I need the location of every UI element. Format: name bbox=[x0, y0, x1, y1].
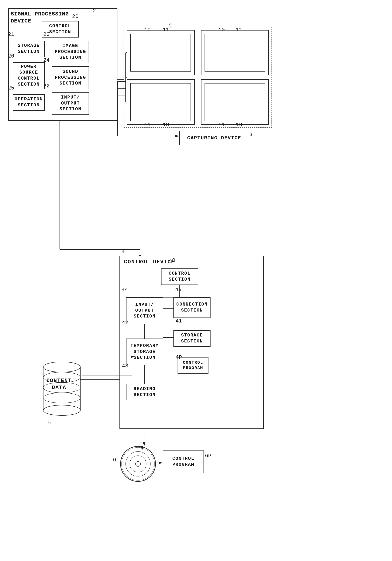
ref-40: 40 bbox=[169, 257, 175, 263]
camera-panel-top-right bbox=[201, 30, 269, 75]
ref-24: 24 bbox=[43, 57, 50, 63]
control-program-6p-box: CONTROLPROGRAM bbox=[163, 451, 204, 473]
storage-41-label: STORAGESECTION bbox=[181, 333, 203, 344]
ref-22: 22 bbox=[43, 83, 50, 89]
control-program-4p-box: CONTROLPROGRAM bbox=[177, 357, 208, 374]
diagram: SIGNAL PROCESSINGDEVICE CONTROLSECTION S… bbox=[0, 0, 392, 561]
input-output-44-box: INPUT/OUTPUTSECTION bbox=[126, 297, 163, 324]
ref-10d: 10 bbox=[236, 122, 242, 128]
ref-6p: 6P bbox=[205, 453, 211, 459]
input-output-22-box: INPUT/OUTPUTSECTION bbox=[52, 92, 89, 115]
ref-41: 41 bbox=[175, 318, 182, 324]
content-data-label-area: CONTENTDATA bbox=[46, 377, 72, 391]
ref-42: 42 bbox=[122, 320, 128, 326]
operation-section-25-box: OPERATIONSECTION bbox=[13, 94, 45, 111]
image-processing-23-label: IMAGEPROCESSINGSECTION bbox=[55, 43, 86, 61]
content-data-label: CONTENTDATA bbox=[46, 378, 72, 391]
ref-1: 1 bbox=[169, 22, 173, 29]
ref-3: 3 bbox=[249, 131, 253, 138]
reading-43-box: READINGSECTION bbox=[126, 384, 163, 400]
ref-26: 26 bbox=[8, 53, 14, 59]
camera-panel-bottom-right bbox=[201, 79, 269, 125]
storage-section-21-box: STORAGESECTION bbox=[13, 41, 45, 57]
input-output-44-label: INPUT/OUTPUTSECTION bbox=[134, 302, 155, 320]
control-program-6p-label: CONTROLPROGRAM bbox=[172, 456, 194, 468]
ref-10c: 10 bbox=[163, 122, 169, 128]
temporary-42-label: TEMPORARYSTORAGESECTION bbox=[131, 343, 159, 361]
control-program-4p-label: CONTROLPROGRAM bbox=[183, 360, 203, 371]
ref-10b: 10 bbox=[218, 27, 225, 33]
input-output-22-label: INPUT/OUTPUTSECTION bbox=[60, 95, 81, 112]
camera-panel-top-left bbox=[127, 30, 195, 75]
storage-41-box: STORAGESECTION bbox=[174, 330, 210, 347]
ref-2: 2 bbox=[93, 8, 96, 14]
svg-point-60 bbox=[43, 405, 80, 415]
ref-44: 44 bbox=[122, 287, 128, 293]
power-source-26-label: POWERSOURCECONTROLSECTION bbox=[18, 64, 40, 87]
ref-11a: 11 bbox=[163, 27, 169, 33]
control-device-box: CONTROL DEVICE CONTROLSECTION INPUT/OUTP… bbox=[119, 256, 264, 429]
ref-4: 4 bbox=[122, 248, 125, 255]
ref-20: 20 bbox=[72, 13, 79, 20]
reading-43-label: READINGSECTION bbox=[134, 386, 155, 398]
ref-43: 43 bbox=[122, 363, 128, 369]
operation-section-25-label: OPERATIONSECTION bbox=[15, 97, 43, 108]
svg-marker-47 bbox=[175, 135, 179, 137]
image-processing-23-box: IMAGEPROCESSINGSECTION bbox=[52, 41, 89, 63]
ref-25: 25 bbox=[8, 85, 14, 91]
capturing-device-label: CAPTURING DEVICE bbox=[187, 135, 241, 141]
optical-disc bbox=[119, 445, 156, 483]
ref-10a: 10 bbox=[144, 27, 151, 33]
ref-5: 5 bbox=[47, 420, 51, 426]
svg-marker-74 bbox=[159, 462, 163, 464]
ref-11c: 11 bbox=[144, 122, 151, 128]
svg-point-59 bbox=[43, 362, 80, 372]
ref-11d: 11 bbox=[218, 122, 225, 128]
temporary-42-box: TEMPORARYSTORAGESECTION bbox=[126, 339, 163, 365]
capturing-device-box: CAPTURING DEVICE bbox=[179, 131, 249, 145]
control-section-40-label: CONTROLSECTION bbox=[169, 271, 191, 282]
connection-45-label: CONNECTIONSECTION bbox=[176, 302, 208, 313]
connection-45-box: CONNECTIONSECTION bbox=[174, 297, 210, 318]
sound-processing-24-box: SOUNDPROCESSINGSECTION bbox=[52, 66, 89, 89]
ref-6: 6 bbox=[113, 457, 116, 463]
control-section-20-label: CONTROLSECTION bbox=[49, 23, 71, 35]
power-source-26-box: POWERSOURCECONTROLSECTION bbox=[13, 62, 45, 89]
control-device-label: CONTROL DEVICE bbox=[124, 259, 175, 266]
svg-point-71 bbox=[135, 461, 141, 466]
signal-processing-device-box: SIGNAL PROCESSINGDEVICE CONTROLSECTION S… bbox=[8, 8, 117, 121]
ref-45: 45 bbox=[175, 287, 182, 293]
camera-panel-bottom-left bbox=[127, 79, 195, 125]
ref-21: 21 bbox=[8, 31, 14, 38]
ref-4p: 4P bbox=[175, 354, 182, 360]
ref-23: 23 bbox=[43, 31, 50, 38]
control-section-40-box: CONTROLSECTION bbox=[161, 269, 198, 285]
sound-processing-24-label: SOUNDPROCESSINGSECTION bbox=[55, 69, 86, 86]
storage-section-21-label: STORAGESECTION bbox=[18, 43, 40, 55]
ref-11b: 11 bbox=[236, 27, 242, 33]
